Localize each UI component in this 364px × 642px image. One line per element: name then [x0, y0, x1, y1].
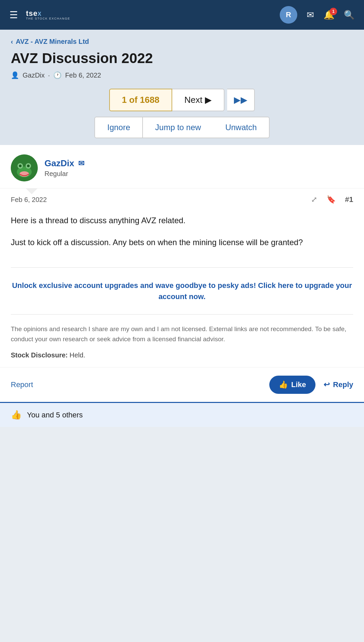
next-arrow-icon: ▶ — [205, 95, 212, 105]
thread-author: GazDix — [23, 71, 45, 79]
likes-thumb-icon: 👍 — [11, 410, 22, 420]
ad-text[interactable]: Unlock exclusive account upgrades and wa… — [11, 280, 353, 302]
post-date: Feb 6, 2022 — [11, 196, 47, 204]
next-page-button[interactable]: Next ▶ — [172, 89, 224, 111]
author-name-row: GazDix ✉ — [44, 158, 84, 169]
reply-button[interactable]: ↩ Reply — [324, 380, 353, 389]
post-actions: Report 👍 Like ↩ Reply — [0, 367, 364, 402]
stock-disclosure-label: Stock Disclosure: — [11, 351, 68, 359]
breadcrumb-text[interactable]: AVZ - AVZ Minerals Ltd — [16, 38, 89, 46]
svg-point-5 — [27, 165, 30, 167]
page-header: ‹ AVZ - AVZ Minerals Ltd AVZ Discussion … — [0, 30, 364, 89]
post-text-line2: Just to kick off a discussion. Any bets … — [11, 236, 353, 249]
clock-meta-icon: 🕐 — [53, 71, 62, 79]
like-label: Like — [291, 380, 306, 389]
jump-to-new-button[interactable]: Jump to new — [143, 117, 213, 138]
post-meta-bar: Feb 6, 2022 ⤢ 🔖 #1 — [0, 188, 364, 211]
post-author-header: GazDix ✉ Regular — [0, 145, 364, 188]
next-label: Next — [184, 95, 202, 105]
share-icon[interactable]: ⤢ — [311, 195, 317, 204]
back-arrow-icon: ‹ — [11, 38, 13, 46]
pagination-area: 1 of 1688 Next ▶ ▶▶ Ignore Jump to new U… — [0, 89, 364, 145]
last-page-button[interactable]: ▶▶ — [227, 89, 255, 111]
likes-text: You and 5 others — [27, 411, 83, 419]
right-actions: 👍 Like ↩ Reply — [269, 376, 353, 394]
like-icon: 👍 — [279, 380, 288, 389]
notification-badge: 1 — [330, 8, 337, 15]
author-role: Regular — [44, 170, 84, 178]
post-number: #1 — [345, 195, 353, 204]
ad-area: Unlock exclusive account upgrades and wa… — [0, 268, 364, 314]
menu-icon[interactable]: ☰ — [9, 9, 18, 21]
page-title: AVZ Discussion 2022 — [11, 50, 353, 66]
user-meta-icon: 👤 — [11, 71, 19, 79]
disclaimer-area: The opinions and research I share are my… — [0, 315, 364, 367]
disclaimer-text: The opinions and research I share are my… — [11, 325, 346, 342]
stock-disclosure-value: Held. — [69, 351, 85, 359]
post-container: GazDix ✉ Regular Feb 6, 2022 ⤢ 🔖 #1 Here… — [0, 145, 364, 427]
svg-point-4 — [19, 165, 22, 167]
author-mail-icon[interactable]: ✉ — [78, 159, 84, 168]
post-triangle-decoration — [26, 188, 38, 194]
likes-bar: 👍 You and 5 others — [0, 402, 364, 427]
post-content: Here is a thread to discuss anything AVZ… — [0, 211, 364, 267]
user-avatar[interactable]: R — [280, 6, 297, 24]
reply-label: Reply — [333, 380, 353, 389]
author-avatar[interactable] — [11, 154, 38, 181]
report-button[interactable]: Report — [11, 380, 33, 389]
stock-disclosure: Stock Disclosure: Held. — [11, 350, 353, 360]
ignore-button[interactable]: Ignore — [94, 117, 143, 138]
author-info: GazDix ✉ Regular — [44, 158, 84, 178]
bookmark-icon[interactable]: 🔖 — [327, 195, 336, 204]
like-button[interactable]: 👍 Like — [269, 376, 315, 394]
search-icon[interactable]: 🔍 — [344, 10, 355, 20]
mail-icon[interactable]: ✉ — [307, 10, 314, 20]
unwatch-button[interactable]: Unwatch — [213, 117, 269, 138]
notification-icon[interactable]: 🔔 1 — [324, 10, 334, 20]
page-indicator: 1 of 1688 — [109, 89, 172, 111]
post-text-line1: Here is a thread to discuss anything AVZ… — [11, 214, 353, 227]
page-meta: 👤 GazDix · 🕐 Feb 6, 2022 — [11, 71, 353, 79]
thread-date: Feb 6, 2022 — [65, 71, 101, 79]
logo[interactable]: tseX THE STOCK EXCHANGE — [26, 10, 70, 20]
author-name-text[interactable]: GazDix — [44, 158, 74, 169]
breadcrumb[interactable]: ‹ AVZ - AVZ Minerals Ltd — [11, 38, 353, 46]
app-header: ☰ tseX THE STOCK EXCHANGE R ✉ 🔔 1 🔍 — [0, 0, 364, 30]
reply-icon: ↩ — [324, 380, 330, 389]
